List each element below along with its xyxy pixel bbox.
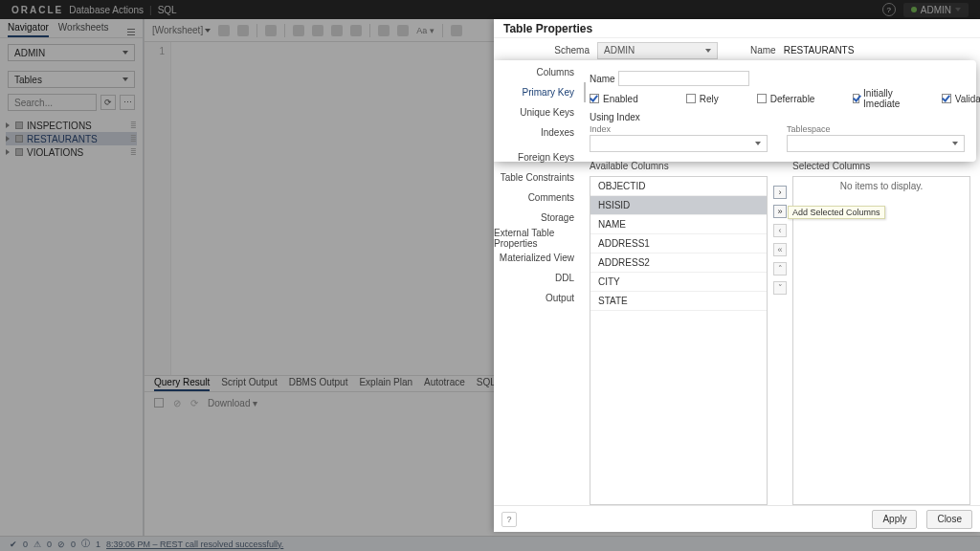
menu-output[interactable]: Output	[494, 288, 586, 308]
tab-explain-plan[interactable]: Explain Plan	[359, 377, 412, 391]
clear-icon[interactable]	[397, 25, 409, 36]
tree-item[interactable]: VIOLATIONS≣	[6, 145, 137, 159]
expand-icon	[6, 122, 10, 128]
add-all-button[interactable]: » Add Selected Columns	[773, 205, 787, 218]
add-selected-button[interactable]: ›	[773, 186, 787, 199]
help-icon[interactable]: ?	[882, 3, 896, 16]
menu-foreign-keys[interactable]: Foreign Keys	[494, 147, 586, 167]
move-down-button[interactable]: ˅	[773, 281, 787, 295]
run-script-icon[interactable]	[237, 25, 249, 36]
user-status-icon	[911, 7, 917, 12]
menu-external-table-properties[interactable]: External Table Properties	[494, 228, 586, 248]
tab-dbms-output[interactable]: DBMS Output	[289, 377, 348, 391]
tab-query-result[interactable]: Query Result	[154, 377, 210, 391]
refresh-results-icon[interactable]: ⟳	[190, 398, 198, 408]
user-menu[interactable]: ADMIN	[903, 3, 969, 17]
help-icon[interactable]: ?	[501, 512, 517, 527]
status-err-icon: ⊘	[57, 540, 65, 549]
list-item[interactable]: STATE	[590, 292, 767, 311]
index-label: Index	[590, 124, 768, 134]
worksheet-dropdown[interactable]: [Worksheet]	[152, 25, 211, 35]
table-icon	[15, 148, 23, 156]
close-button[interactable]: Close	[926, 510, 972, 529]
pk-name-label: Name	[590, 74, 618, 84]
search-input[interactable]: Search...	[8, 94, 97, 111]
chk-rely[interactable]	[686, 94, 696, 103]
context: SQL	[158, 5, 177, 15]
history-icon[interactable]	[350, 25, 362, 36]
sidebar-menu-icon[interactable]	[127, 28, 135, 37]
chevron-down-icon	[955, 8, 961, 11]
apply-button[interactable]: Apply	[872, 510, 917, 529]
table-properties-dialog: Table Properties Schema ADMIN Name RESTA…	[494, 19, 980, 532]
chk-enabled[interactable]	[590, 94, 599, 103]
tablespace-select[interactable]	[787, 135, 965, 152]
remove-selected-button[interactable]: ‹	[773, 224, 787, 237]
menu-primary-key[interactable]: Primary Key	[494, 82, 586, 102]
index-select[interactable]	[590, 135, 768, 152]
schema-select[interactable]: ADMIN	[8, 44, 135, 61]
menu-storage[interactable]: Storage	[494, 208, 586, 228]
schema-label: Schema	[503, 45, 590, 55]
remove-all-button[interactable]: «	[773, 243, 787, 256]
chevron-down-icon	[705, 49, 711, 53]
move-up-button[interactable]: ˄	[773, 262, 787, 276]
tab-navigator[interactable]: Navigator	[8, 22, 49, 37]
pk-name-input[interactable]	[618, 71, 749, 86]
rollback-icon[interactable]	[331, 25, 343, 36]
object-type-select[interactable]: Tables	[8, 71, 135, 88]
download-dropdown[interactable]: Download ▾	[208, 398, 257, 408]
tree-item[interactable]: INSPECTIONS≣	[6, 119, 137, 132]
schema-select-modal[interactable]: ADMIN	[597, 42, 718, 59]
table-icon	[15, 135, 23, 143]
selected-columns-list[interactable]: No items to display.	[792, 176, 970, 505]
available-columns-title: Available Columns	[590, 161, 768, 176]
menu-indexes[interactable]: Indexes	[494, 122, 586, 143]
tree-item[interactable]: RESTAURANTS≣	[6, 132, 137, 145]
empty-message: No items to display.	[793, 177, 969, 195]
chk-validate[interactable]	[942, 94, 951, 103]
menu-ddl[interactable]: DDL	[494, 268, 586, 288]
trash-icon[interactable]	[451, 25, 462, 36]
more-icon[interactable]: ⋯	[120, 95, 135, 110]
expand-icon	[6, 149, 10, 155]
menu-materialized-view[interactable]: Materialized View	[494, 248, 586, 268]
select-all-checkbox[interactable]	[154, 398, 164, 408]
list-item[interactable]: CITY	[590, 273, 767, 292]
list-item[interactable]: NAME	[590, 215, 767, 234]
refresh-icon[interactable]: ⟳	[100, 95, 116, 110]
product-name: Database Actions	[69, 5, 144, 15]
explain-icon[interactable]	[265, 25, 277, 36]
chevron-down-icon	[205, 29, 211, 33]
list-item[interactable]: ADDRESS2	[590, 253, 767, 273]
menu-table-constraints[interactable]: Table Constraints	[494, 167, 586, 187]
section-menu: Columns Primary Key Unique Keys Indexes	[494, 62, 586, 143]
object-tree: INSPECTIONS≣ RESTAURANTS≣ VIOLATIONS≣	[0, 117, 143, 161]
menu-comments[interactable]: Comments	[494, 187, 586, 208]
tab-script-output[interactable]: Script Output	[221, 377, 277, 391]
tab-worksheets[interactable]: Worksheets	[58, 22, 109, 37]
row-menu-icon[interactable]: ≣	[130, 121, 137, 130]
table-icon	[15, 121, 23, 129]
slash-icon[interactable]: ⊘	[173, 398, 181, 408]
menu-unique-keys[interactable]: Unique Keys	[494, 102, 586, 122]
available-columns-list[interactable]: OBJECTID HSISID NAME ADDRESS1 ADDRESS2 C…	[590, 176, 768, 505]
autotrace-icon[interactable]	[293, 25, 304, 36]
menu-columns[interactable]: Columns	[494, 62, 586, 82]
name-label: Name	[750, 45, 776, 55]
tab-autotrace[interactable]: Autotrace	[424, 377, 465, 391]
list-item[interactable]: HSISID	[590, 196, 767, 215]
table-name-field[interactable]: RESTAURANTS	[784, 45, 855, 55]
row-menu-icon[interactable]: ≣	[130, 148, 137, 157]
list-item[interactable]: ADDRESS1	[590, 234, 767, 253]
download-icon[interactable]	[378, 25, 390, 36]
commit-icon[interactable]	[312, 25, 323, 36]
status-info-icon: ⓘ	[81, 538, 90, 550]
tooltip: Add Selected Columns	[788, 206, 885, 219]
row-menu-icon[interactable]: ≣	[130, 135, 137, 143]
list-item[interactable]: OBJECTID	[590, 177, 767, 196]
chk-initially-immediate[interactable]	[853, 94, 859, 103]
status-message[interactable]: 8:39:06 PM – REST call resolved successf…	[106, 540, 283, 549]
run-icon[interactable]	[218, 25, 230, 36]
chk-deferrable[interactable]	[757, 94, 767, 103]
